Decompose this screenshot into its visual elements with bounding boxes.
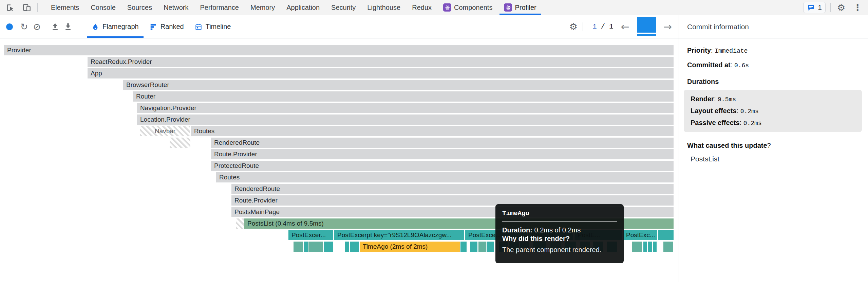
commit-information-panel: Commit information Priority: Immediate C… bbox=[679, 15, 868, 282]
flame-bar[interactable] bbox=[170, 138, 190, 148]
priority-value: Immediate bbox=[715, 48, 748, 54]
flame-bar-postexcerpt[interactable]: PostExcerpt key="r9S12L9OAlazczgw... bbox=[334, 230, 464, 240]
tooltip-why-row: Why did this render? bbox=[502, 235, 617, 243]
committed-at-label: Committed at bbox=[687, 61, 731, 69]
flame-bar[interactable] bbox=[653, 242, 657, 252]
console-messages-badge[interactable]: 1 bbox=[803, 2, 826, 13]
flame-bar-provider[interactable]: Provider bbox=[4, 45, 674, 55]
what-caused-title: What caused this update? bbox=[687, 142, 863, 149]
priority-row: Priority: Immediate bbox=[687, 47, 863, 54]
flame-bar[interactable] bbox=[304, 242, 308, 252]
devtools-window: ElementsConsoleSourcesNetworkPerformance… bbox=[0, 0, 868, 282]
tooltip-divider bbox=[502, 221, 617, 222]
duration-row-passive-effects: Passive effects: 0.2ms bbox=[691, 119, 855, 127]
tooltip-why-value: The parent component rendered. bbox=[502, 246, 617, 254]
committed-at-value: 0.6s bbox=[734, 62, 749, 69]
flame-bar[interactable] bbox=[308, 242, 323, 252]
flame-bar-timeago[interactable]: TimeAgo (2ms of 2ms) bbox=[360, 242, 460, 252]
tabbar-right-controls: 1 ⚙ ⋮ bbox=[803, 2, 868, 13]
flame-bar-reactredux.provider[interactable]: ReactRedux.Provider bbox=[88, 57, 674, 67]
duration-label: Render bbox=[691, 95, 714, 103]
cause-list: PostsList bbox=[687, 155, 863, 163]
flame-bar-postexcer...[interactable]: PostExcer... bbox=[288, 230, 333, 240]
flame-bar[interactable] bbox=[350, 242, 359, 252]
flame-bar-postexc...[interactable]: PostExc... bbox=[623, 230, 657, 240]
cause-item-postslist[interactable]: PostsList bbox=[687, 155, 863, 163]
question-mark: ? bbox=[767, 142, 771, 149]
flame-bar-routes[interactable]: Routes bbox=[216, 172, 674, 182]
flame-bar[interactable] bbox=[663, 242, 673, 252]
flame-bar-routes[interactable]: Routes bbox=[191, 126, 674, 136]
settings-gear-icon[interactable]: ⚙ bbox=[835, 2, 847, 13]
duration-label: Passive effects bbox=[691, 119, 740, 126]
flame-node-tooltip: TimeAgo Duration: 0.2ms of 0.2ms Why did… bbox=[495, 204, 624, 263]
flame-bar[interactable] bbox=[478, 242, 486, 252]
duration-value: 0.2ms bbox=[740, 108, 759, 115]
flame-bar-protectedroute[interactable]: ProtectedRoute bbox=[211, 161, 674, 171]
duration-value: 0.2ms bbox=[743, 120, 762, 127]
duration-row-render: Render: 9.5ms bbox=[691, 95, 855, 103]
flame-bar[interactable] bbox=[632, 242, 642, 252]
flame-bar[interactable] bbox=[658, 230, 674, 240]
flame-bar[interactable] bbox=[236, 218, 244, 229]
flame-bar-route.provider[interactable]: Route.Provider bbox=[211, 149, 674, 159]
messages-count: 1 bbox=[818, 3, 822, 12]
more-options-icon[interactable]: ⋮ bbox=[852, 2, 863, 13]
tooltip-component-name: TimeAgo bbox=[502, 210, 617, 217]
flame-bar[interactable] bbox=[643, 242, 647, 252]
flame-bar-renderedroute[interactable]: RenderedRoute bbox=[231, 184, 674, 194]
flame-bar[interactable] bbox=[487, 242, 494, 252]
committed-at-row: Committed at: 0.6s bbox=[687, 61, 863, 69]
flame-bar[interactable] bbox=[324, 242, 333, 252]
flame-bar-renderedroute[interactable]: RenderedRoute bbox=[211, 138, 674, 148]
durations-title: Durations bbox=[687, 78, 863, 86]
tooltip-duration-row: Duration: 0.2ms of 0.2ms bbox=[502, 226, 617, 234]
flame-bar[interactable] bbox=[294, 242, 303, 252]
tabbar-separator bbox=[830, 3, 831, 12]
flame-bar-browserrouter[interactable]: BrowserRouter bbox=[123, 80, 674, 90]
priority-label: Priority bbox=[687, 47, 711, 54]
tooltip-duration-value: 0.2ms of 0.2ms bbox=[532, 226, 581, 234]
tooltip-duration-label: Duration: bbox=[502, 226, 532, 234]
duration-row-layout-effects: Layout effects: 0.2ms bbox=[691, 107, 855, 115]
durations-box: Render: 9.5msLayout effects: 0.2msPassiv… bbox=[684, 90, 862, 132]
flame-bar-app[interactable]: App bbox=[88, 68, 674, 78]
flame-bar-location.provider[interactable]: Location.Provider bbox=[137, 114, 674, 125]
flame-bar-router[interactable]: Router bbox=[133, 91, 674, 102]
flame-bar[interactable] bbox=[345, 242, 349, 252]
duration-label: Layout effects bbox=[691, 107, 737, 114]
tooltip-why-label: Why did this render? bbox=[502, 235, 570, 242]
commit-panel-title: Commit information bbox=[679, 15, 868, 38]
commit-panel-body: Priority: Immediate Committed at: 0.6s D… bbox=[679, 38, 868, 163]
chat-bubble-icon bbox=[807, 3, 815, 12]
duration-value: 9.5ms bbox=[718, 96, 736, 103]
flame-bar-navbar[interactable]: Navbar bbox=[140, 126, 190, 136]
flame-bar[interactable] bbox=[648, 242, 652, 252]
flame-bar[interactable] bbox=[460, 242, 467, 252]
flame-bar-navigation.provider[interactable]: Navigation.Provider bbox=[137, 103, 674, 113]
flame-bar[interactable] bbox=[470, 242, 477, 252]
what-caused-label: What caused this update bbox=[687, 142, 767, 149]
